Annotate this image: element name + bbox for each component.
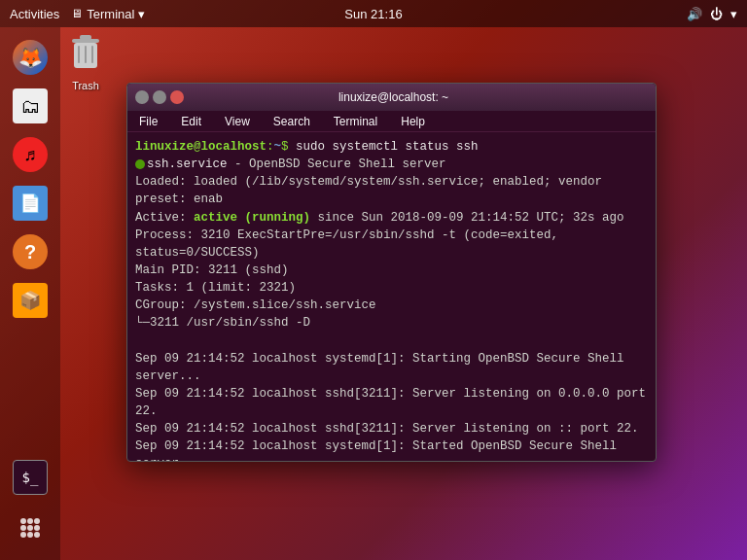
log-line-3: Sep 09 21:14:52 localhost sshd[3211]: Se… bbox=[135, 420, 648, 438]
log-2-text: Sep 09 21:14:52 localhost sshd[3211]: Se… bbox=[135, 387, 646, 418]
terminal-dock-icon: $_ bbox=[13, 460, 48, 495]
dock-item-files[interactable]: 🗂 bbox=[8, 84, 53, 128]
process-text: Process: 3210 ExecStartPre=/usr/sbin/ssh… bbox=[135, 228, 558, 260]
status-dot-icon bbox=[135, 159, 145, 169]
svg-point-4 bbox=[27, 525, 33, 531]
terminal-app-indicator: 🖥 Terminal ▾ bbox=[71, 7, 145, 21]
pid-text: Main PID: 3211 (sshd) bbox=[135, 263, 289, 277]
svg-point-3 bbox=[20, 525, 26, 531]
terminal-menubar: File Edit View Search Terminal Help bbox=[127, 111, 656, 132]
prompt-text: linuxize@localhost bbox=[135, 140, 267, 154]
terminal-menu-label[interactable]: Terminal bbox=[87, 7, 134, 21]
dropdown-arrow-icon: ▾ bbox=[138, 7, 145, 21]
help-icon: ? bbox=[13, 234, 48, 269]
log-4-text: Sep 09 21:14:52 localhost systemd[1]: St… bbox=[135, 439, 617, 461]
grid-icon bbox=[13, 510, 48, 545]
minimize-button[interactable] bbox=[135, 90, 149, 104]
empty-line bbox=[135, 332, 648, 349]
active-label: Active: bbox=[135, 211, 194, 225]
dock-item-grid[interactable] bbox=[8, 506, 53, 550]
dock-item-firefox[interactable]: 🦊 bbox=[8, 35, 53, 80]
service-header-line: ssh.service - OpenBSD Secure Shell serve… bbox=[135, 156, 648, 173]
service-name-text: ssh.service bbox=[147, 158, 228, 171]
svg-point-2 bbox=[34, 518, 40, 524]
log-3-text: Sep 09 21:14:52 localhost sshd[3211]: Se… bbox=[135, 422, 639, 436]
terminal-window-title: linuxize@localhost: ~ bbox=[184, 90, 603, 104]
topbar-right: 🔊 ⏻ ▾ bbox=[687, 7, 737, 21]
firefox-icon: 🦊 bbox=[13, 40, 48, 75]
cgroup-text: CGroup: /system.slice/ssh.service bbox=[135, 298, 376, 312]
terminal-window: linuxize@localhost: ~ File Edit View Sea… bbox=[126, 83, 657, 462]
prompt-dir: ~ bbox=[274, 140, 282, 154]
log-line-4: Sep 09 21:14:52 localhost systemd[1]: St… bbox=[135, 438, 648, 461]
trash-icon bbox=[66, 31, 105, 78]
log-line-2: Sep 09 21:14:52 localhost sshd[3211]: Se… bbox=[135, 385, 648, 420]
active-line: Active: active (running) since Sun 2018-… bbox=[135, 209, 648, 227]
svg-point-6 bbox=[20, 532, 26, 538]
menu-edit[interactable]: Edit bbox=[177, 113, 205, 130]
volume-icon[interactable]: 🔊 bbox=[687, 7, 702, 21]
dock: 🦊 🗂 ♬ 📄 ? 📦 $_ bbox=[0, 27, 60, 560]
menu-search[interactable]: Search bbox=[269, 113, 314, 130]
cgroup-detail-line: └─3211 /usr/sbin/sshd -D bbox=[135, 314, 648, 332]
trash-label: Trash bbox=[72, 80, 99, 91]
power-arrow-icon: ▾ bbox=[730, 7, 737, 21]
terminal-body[interactable]: linuxize@localhost:~$ sudo systemctl sta… bbox=[127, 132, 656, 461]
topbar-left: Activities 🖥 Terminal ▾ bbox=[10, 7, 145, 21]
svg-point-5 bbox=[34, 525, 40, 531]
command-line: linuxize@localhost:~$ sudo systemctl sta… bbox=[135, 138, 648, 156]
cgroup-detail-text: └─3211 /usr/sbin/sshd -D bbox=[135, 316, 310, 330]
files-icon: 🗂 bbox=[13, 88, 48, 123]
prompt-dollar: $ bbox=[281, 140, 289, 154]
texteditor-icon: 📄 bbox=[13, 186, 48, 221]
window-controls bbox=[135, 90, 184, 104]
menu-terminal[interactable]: Terminal bbox=[330, 113, 381, 130]
svg-rect-10 bbox=[80, 35, 91, 40]
activities-button[interactable]: Activities bbox=[10, 7, 59, 21]
dock-item-help[interactable]: ? bbox=[8, 229, 53, 274]
dock-item-terminal[interactable]: $_ bbox=[8, 455, 53, 500]
menu-view[interactable]: View bbox=[221, 113, 254, 130]
log-1-text: Sep 09 21:14:52 localhost systemd[1]: St… bbox=[135, 352, 624, 383]
loaded-line: Loaded: loaded (/lib/systemd/system/ssh.… bbox=[135, 173, 648, 208]
active-since-text: since Sun 2018-09-09 21:14:52 UTC; 32s a… bbox=[310, 211, 624, 225]
prompt-colon: : bbox=[267, 140, 274, 154]
dock-bottom: $_ bbox=[0, 455, 60, 550]
dock-item-music[interactable]: ♬ bbox=[8, 132, 53, 177]
svg-rect-12 bbox=[78, 46, 80, 63]
tasks-text: Tasks: 1 (limit: 2321) bbox=[135, 281, 296, 295]
menu-file[interactable]: File bbox=[135, 113, 161, 130]
menu-help[interactable]: Help bbox=[397, 113, 429, 130]
svg-rect-13 bbox=[85, 46, 87, 63]
topbar: Activities 🖥 Terminal ▾ Sun 21:16 🔊 ⏻ ▾ bbox=[0, 0, 747, 27]
log-line-1: Sep 09 21:14:52 localhost systemd[1]: St… bbox=[135, 350, 648, 385]
tasks-line: Tasks: 1 (limit: 2321) bbox=[135, 279, 648, 297]
svg-point-1 bbox=[27, 518, 33, 524]
dock-item-amazon[interactable]: 📦 bbox=[8, 278, 53, 323]
close-button[interactable] bbox=[170, 90, 184, 104]
dock-item-texteditor[interactable]: 📄 bbox=[8, 181, 53, 226]
amazon-icon: 📦 bbox=[13, 283, 48, 318]
terminal-menu-icon: 🖥 bbox=[71, 7, 83, 20]
svg-point-7 bbox=[27, 532, 33, 538]
svg-point-0 bbox=[20, 518, 26, 524]
active-status-text: active (running) bbox=[194, 211, 310, 225]
loaded-text: Loaded: loaded (/lib/systemd/system/ssh.… bbox=[135, 175, 602, 206]
service-desc-text: - OpenBSD Secure Shell server bbox=[228, 158, 446, 171]
svg-rect-14 bbox=[91, 46, 93, 63]
svg-point-8 bbox=[34, 532, 40, 538]
terminal-titlebar: linuxize@localhost: ~ bbox=[127, 84, 656, 111]
pid-line: Main PID: 3211 (sshd) bbox=[135, 262, 648, 279]
cgroup-line: CGroup: /system.slice/ssh.service bbox=[135, 297, 648, 314]
topbar-datetime: Sun 21:16 bbox=[344, 7, 402, 21]
power-icon[interactable]: ⏻ bbox=[710, 7, 723, 21]
music-icon: ♬ bbox=[13, 137, 48, 172]
maximize-button[interactable] bbox=[153, 90, 166, 104]
process-line: Process: 3210 ExecStartPre=/usr/sbin/ssh… bbox=[135, 227, 648, 262]
trash-desktop-icon[interactable]: Trash bbox=[66, 31, 105, 91]
command-text: sudo systemctl status ssh bbox=[289, 140, 479, 154]
